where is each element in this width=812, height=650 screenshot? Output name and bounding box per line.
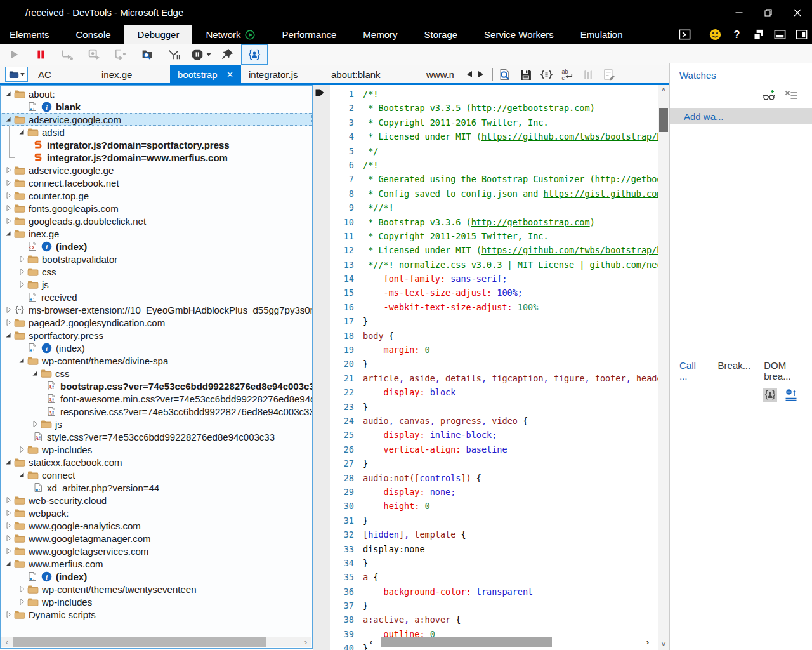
scroll-up-icon[interactable]: ˄ — [658, 85, 669, 95]
tree-item[interactable]: adsid — [1, 126, 312, 138]
tree-item[interactable]: i(index) — [1, 570, 312, 583]
add-watch-icon[interactable] — [762, 88, 776, 102]
tree-item[interactable]: connect — [1, 468, 312, 481]
code-link[interactable]: http://getbootstrap.com — [471, 217, 590, 227]
expand-icon[interactable] — [4, 306, 12, 314]
breakpoints-button[interactable] — [161, 45, 187, 64]
line-number[interactable]: 7 — [313, 172, 354, 186]
tab-service-workers[interactable]: Service Workers — [471, 25, 567, 44]
tree-item[interactable]: pagead2.googlesyndication.com — [1, 316, 312, 329]
tab-call-[interactable]: Call ... — [679, 360, 704, 381]
expand-icon[interactable] — [4, 547, 12, 555]
just-my-code-icon[interactable] — [763, 388, 777, 402]
tree-item[interactable]: sportfactory.press — [1, 329, 312, 342]
expand-icon[interactable] — [4, 217, 12, 225]
tab-emulation[interactable]: Emulation — [567, 25, 636, 44]
tab-console[interactable]: Console — [63, 25, 124, 44]
scroll-left-icon[interactable]: ‹ — [3, 638, 11, 647]
code-link[interactable]: https://github.com/twbs/bootstrap/b — [481, 245, 658, 255]
line-number[interactable]: 23 — [313, 400, 354, 414]
expand-icon[interactable] — [18, 281, 25, 288]
line-number[interactable]: 2 — [313, 101, 354, 115]
expand-icon[interactable] — [18, 255, 25, 263]
collapse-icon[interactable] — [4, 560, 12, 567]
line-number[interactable]: 19 — [313, 343, 354, 357]
expand-icon[interactable] — [18, 268, 25, 275]
tree-item[interactable]: fonts.googleapis.com — [1, 202, 312, 215]
collapse-icon[interactable] — [18, 128, 25, 136]
tree-item[interactable]: i(index) — [1, 342, 312, 354]
step-out-button[interactable] — [108, 45, 133, 64]
line-number[interactable]: 31 — [313, 514, 354, 527]
tree-item[interactable]: received — [1, 291, 312, 303]
line-number[interactable]: 29 — [313, 485, 354, 499]
expand-icon[interactable] — [4, 611, 12, 618]
scrollbar-thumb[interactable] — [381, 637, 552, 647]
tab-scroll-right-icon[interactable] — [478, 71, 483, 77]
tree-item[interactable]: integrator.js?domain=www.merfius.com — [1, 151, 312, 164]
step-over-button[interactable] — [55, 45, 80, 64]
tree-item[interactable]: www.google-analytics.com — [1, 519, 312, 532]
tree-item[interactable]: connect.facebook.net — [1, 176, 312, 189]
tree-item[interactable]: adservice.google.com — [1, 113, 312, 126]
line-number[interactable]: 24 — [313, 414, 354, 428]
line-number[interactable]: 36 — [313, 585, 354, 599]
tree-item[interactable]: about: — [1, 88, 312, 100]
tree-item[interactable]: adservice.google.ge — [1, 164, 312, 176]
line-number[interactable]: 20 — [313, 357, 354, 371]
tree-item[interactable]: wp-content/themes/twentyseventeen — [1, 583, 312, 595]
just-my-code-button[interactable] — [241, 44, 268, 65]
help-icon[interactable]: ? — [730, 28, 743, 41]
tab-dom-brea-[interactable]: DOM brea... — [764, 360, 812, 381]
find-in-file-icon[interactable] — [498, 68, 511, 81]
tree-item[interactable]: integrator.js?domain=sportfactory.press — [1, 138, 312, 151]
tree-item[interactable]: Astyle.css?ver=74e53cc6bdd99228276ed8e94… — [1, 430, 312, 443]
line-number[interactable]: 30 — [313, 499, 354, 513]
tree-item[interactable]: css — [1, 367, 312, 380]
line-number[interactable]: 25 — [313, 428, 354, 442]
restore-button[interactable] — [754, 0, 783, 25]
collapse-icon[interactable] — [4, 90, 12, 98]
line-number[interactable]: 17 — [313, 314, 354, 328]
expand-icon[interactable] — [4, 204, 12, 212]
expand-icon[interactable] — [4, 496, 12, 504]
feedback-smiley-icon[interactable] — [709, 28, 722, 41]
close-button[interactable] — [783, 0, 812, 25]
editor-vertical-scrollbar[interactable]: ˄ ˅ — [658, 85, 669, 650]
scroll-right-icon[interactable]: › — [301, 638, 310, 647]
collapse-icon[interactable] — [4, 458, 12, 466]
expand-icon[interactable] — [4, 509, 12, 517]
tab-scroll-left-icon[interactable] — [467, 71, 472, 77]
clear-watches-icon[interactable] — [784, 88, 798, 102]
tree-item[interactable]: wp-content/themes/divine-spa — [1, 354, 312, 367]
tree-item[interactable]: staticxx.facebook.com — [1, 456, 312, 468]
expand-icon[interactable] — [31, 420, 39, 428]
minimize-button[interactable] — [724, 0, 754, 25]
file-tab-about-blank[interactable]: about:blank — [324, 65, 419, 83]
tab-break-[interactable]: Break... — [717, 360, 750, 381]
scroll-left-icon[interactable]: ‹ — [367, 638, 376, 647]
line-number[interactable]: 21 — [313, 371, 354, 385]
code-link[interactable]: http://getbootstrap.com — [471, 103, 590, 113]
line-number[interactable]: 13 — [313, 258, 354, 272]
expand-icon[interactable] — [18, 446, 25, 453]
line-number[interactable]: 35 — [313, 570, 354, 584]
console-popout-icon[interactable] — [678, 28, 691, 41]
line-number[interactable]: 3 — [313, 116, 354, 129]
line-number[interactable]: 14 — [313, 272, 354, 286]
tab-elements[interactable]: Elements — [0, 25, 63, 44]
file-tab-ac[interactable]: AC — [30, 65, 94, 83]
tree-item[interactable]: Abootstrap.css?ver=74e53cc6bdd99228276ed… — [1, 380, 312, 392]
expand-icon[interactable] — [4, 319, 12, 326]
break-on-new-worker-icon[interactable] — [784, 388, 798, 402]
collapse-icon[interactable] — [18, 357, 25, 364]
collapse-icon[interactable] — [4, 230, 12, 237]
file-tab-bootstrap.css[interactable]: bootstrap.css✕ — [170, 65, 241, 83]
tree-item[interactable]: inex.ge — [1, 227, 312, 240]
line-number[interactable]: 39 — [313, 627, 354, 641]
expand-icon[interactable] — [4, 179, 12, 187]
pin-button[interactable] — [214, 45, 240, 64]
tree-item[interactable]: counter.top.ge — [1, 189, 312, 202]
line-number[interactable]: 32 — [313, 527, 354, 541]
tree-item[interactable]: iblank — [1, 100, 312, 113]
